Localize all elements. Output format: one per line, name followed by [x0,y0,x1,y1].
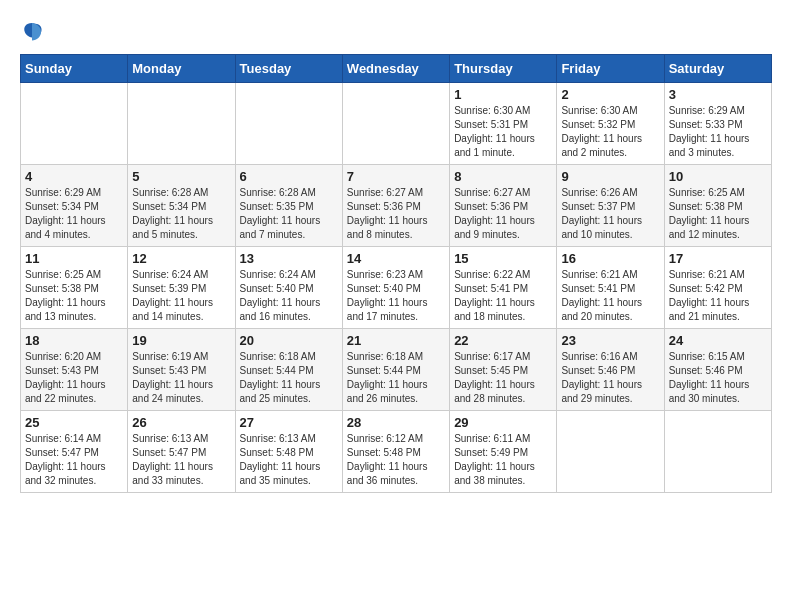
day-info: Sunrise: 6:27 AM Sunset: 5:36 PM Dayligh… [454,186,552,242]
day-number: 4 [25,169,123,184]
day-info: Sunrise: 6:21 AM Sunset: 5:41 PM Dayligh… [561,268,659,324]
calendar-cell: 21Sunrise: 6:18 AM Sunset: 5:44 PM Dayli… [342,329,449,411]
calendar-header: SundayMondayTuesdayWednesdayThursdayFrid… [21,55,772,83]
calendar-cell: 17Sunrise: 6:21 AM Sunset: 5:42 PM Dayli… [664,247,771,329]
calendar-week-2: 4Sunrise: 6:29 AM Sunset: 5:34 PM Daylig… [21,165,772,247]
day-info: Sunrise: 6:24 AM Sunset: 5:40 PM Dayligh… [240,268,338,324]
calendar-week-1: 1Sunrise: 6:30 AM Sunset: 5:31 PM Daylig… [21,83,772,165]
day-info: Sunrise: 6:26 AM Sunset: 5:37 PM Dayligh… [561,186,659,242]
day-number: 2 [561,87,659,102]
calendar-cell [664,411,771,493]
day-number: 25 [25,415,123,430]
calendar-cell: 11Sunrise: 6:25 AM Sunset: 5:38 PM Dayli… [21,247,128,329]
day-number: 8 [454,169,552,184]
day-info: Sunrise: 6:15 AM Sunset: 5:46 PM Dayligh… [669,350,767,406]
calendar-cell: 4Sunrise: 6:29 AM Sunset: 5:34 PM Daylig… [21,165,128,247]
calendar-cell: 29Sunrise: 6:11 AM Sunset: 5:49 PM Dayli… [450,411,557,493]
day-info: Sunrise: 6:24 AM Sunset: 5:39 PM Dayligh… [132,268,230,324]
day-info: Sunrise: 6:30 AM Sunset: 5:32 PM Dayligh… [561,104,659,160]
day-info: Sunrise: 6:18 AM Sunset: 5:44 PM Dayligh… [240,350,338,406]
calendar-cell: 1Sunrise: 6:30 AM Sunset: 5:31 PM Daylig… [450,83,557,165]
day-number: 20 [240,333,338,348]
weekday-friday: Friday [557,55,664,83]
day-number: 24 [669,333,767,348]
day-number: 13 [240,251,338,266]
calendar-cell: 13Sunrise: 6:24 AM Sunset: 5:40 PM Dayli… [235,247,342,329]
day-number: 27 [240,415,338,430]
day-info: Sunrise: 6:29 AM Sunset: 5:33 PM Dayligh… [669,104,767,160]
day-number: 1 [454,87,552,102]
calendar-cell: 5Sunrise: 6:28 AM Sunset: 5:34 PM Daylig… [128,165,235,247]
calendar-cell: 24Sunrise: 6:15 AM Sunset: 5:46 PM Dayli… [664,329,771,411]
calendar-cell: 15Sunrise: 6:22 AM Sunset: 5:41 PM Dayli… [450,247,557,329]
calendar-week-4: 18Sunrise: 6:20 AM Sunset: 5:43 PM Dayli… [21,329,772,411]
logo [20,20,48,44]
calendar-cell: 26Sunrise: 6:13 AM Sunset: 5:47 PM Dayli… [128,411,235,493]
weekday-monday: Monday [128,55,235,83]
calendar-cell: 19Sunrise: 6:19 AM Sunset: 5:43 PM Dayli… [128,329,235,411]
day-info: Sunrise: 6:27 AM Sunset: 5:36 PM Dayligh… [347,186,445,242]
day-info: Sunrise: 6:13 AM Sunset: 5:47 PM Dayligh… [132,432,230,488]
calendar-body: 1Sunrise: 6:30 AM Sunset: 5:31 PM Daylig… [21,83,772,493]
calendar-week-5: 25Sunrise: 6:14 AM Sunset: 5:47 PM Dayli… [21,411,772,493]
calendar-cell [128,83,235,165]
day-number: 16 [561,251,659,266]
day-number: 19 [132,333,230,348]
day-number: 29 [454,415,552,430]
day-info: Sunrise: 6:23 AM Sunset: 5:40 PM Dayligh… [347,268,445,324]
weekday-sunday: Sunday [21,55,128,83]
day-number: 28 [347,415,445,430]
day-info: Sunrise: 6:20 AM Sunset: 5:43 PM Dayligh… [25,350,123,406]
calendar-cell: 8Sunrise: 6:27 AM Sunset: 5:36 PM Daylig… [450,165,557,247]
day-number: 21 [347,333,445,348]
day-info: Sunrise: 6:16 AM Sunset: 5:46 PM Dayligh… [561,350,659,406]
calendar-cell [235,83,342,165]
calendar-cell: 20Sunrise: 6:18 AM Sunset: 5:44 PM Dayli… [235,329,342,411]
logo-icon [20,20,44,44]
calendar-cell: 9Sunrise: 6:26 AM Sunset: 5:37 PM Daylig… [557,165,664,247]
day-info: Sunrise: 6:14 AM Sunset: 5:47 PM Dayligh… [25,432,123,488]
day-number: 6 [240,169,338,184]
calendar-cell: 2Sunrise: 6:30 AM Sunset: 5:32 PM Daylig… [557,83,664,165]
calendar-cell [342,83,449,165]
weekday-tuesday: Tuesday [235,55,342,83]
calendar-cell: 16Sunrise: 6:21 AM Sunset: 5:41 PM Dayli… [557,247,664,329]
calendar-cell: 14Sunrise: 6:23 AM Sunset: 5:40 PM Dayli… [342,247,449,329]
day-info: Sunrise: 6:11 AM Sunset: 5:49 PM Dayligh… [454,432,552,488]
calendar-cell: 18Sunrise: 6:20 AM Sunset: 5:43 PM Dayli… [21,329,128,411]
calendar-cell [21,83,128,165]
day-number: 12 [132,251,230,266]
day-number: 11 [25,251,123,266]
weekday-saturday: Saturday [664,55,771,83]
day-info: Sunrise: 6:29 AM Sunset: 5:34 PM Dayligh… [25,186,123,242]
calendar-cell: 3Sunrise: 6:29 AM Sunset: 5:33 PM Daylig… [664,83,771,165]
day-info: Sunrise: 6:21 AM Sunset: 5:42 PM Dayligh… [669,268,767,324]
day-info: Sunrise: 6:12 AM Sunset: 5:48 PM Dayligh… [347,432,445,488]
day-info: Sunrise: 6:28 AM Sunset: 5:34 PM Dayligh… [132,186,230,242]
calendar-cell: 6Sunrise: 6:28 AM Sunset: 5:35 PM Daylig… [235,165,342,247]
day-info: Sunrise: 6:25 AM Sunset: 5:38 PM Dayligh… [25,268,123,324]
calendar-cell: 10Sunrise: 6:25 AM Sunset: 5:38 PM Dayli… [664,165,771,247]
day-number: 7 [347,169,445,184]
weekday-thursday: Thursday [450,55,557,83]
calendar-table: SundayMondayTuesdayWednesdayThursdayFrid… [20,54,772,493]
day-info: Sunrise: 6:13 AM Sunset: 5:48 PM Dayligh… [240,432,338,488]
calendar-cell [557,411,664,493]
day-info: Sunrise: 6:17 AM Sunset: 5:45 PM Dayligh… [454,350,552,406]
day-info: Sunrise: 6:30 AM Sunset: 5:31 PM Dayligh… [454,104,552,160]
calendar-cell: 27Sunrise: 6:13 AM Sunset: 5:48 PM Dayli… [235,411,342,493]
day-number: 10 [669,169,767,184]
day-number: 5 [132,169,230,184]
calendar-cell: 7Sunrise: 6:27 AM Sunset: 5:36 PM Daylig… [342,165,449,247]
page-header [20,20,772,44]
day-info: Sunrise: 6:19 AM Sunset: 5:43 PM Dayligh… [132,350,230,406]
day-number: 14 [347,251,445,266]
day-number: 18 [25,333,123,348]
day-number: 22 [454,333,552,348]
day-info: Sunrise: 6:22 AM Sunset: 5:41 PM Dayligh… [454,268,552,324]
day-info: Sunrise: 6:18 AM Sunset: 5:44 PM Dayligh… [347,350,445,406]
day-number: 17 [669,251,767,266]
weekday-header-row: SundayMondayTuesdayWednesdayThursdayFrid… [21,55,772,83]
calendar-cell: 12Sunrise: 6:24 AM Sunset: 5:39 PM Dayli… [128,247,235,329]
day-info: Sunrise: 6:28 AM Sunset: 5:35 PM Dayligh… [240,186,338,242]
